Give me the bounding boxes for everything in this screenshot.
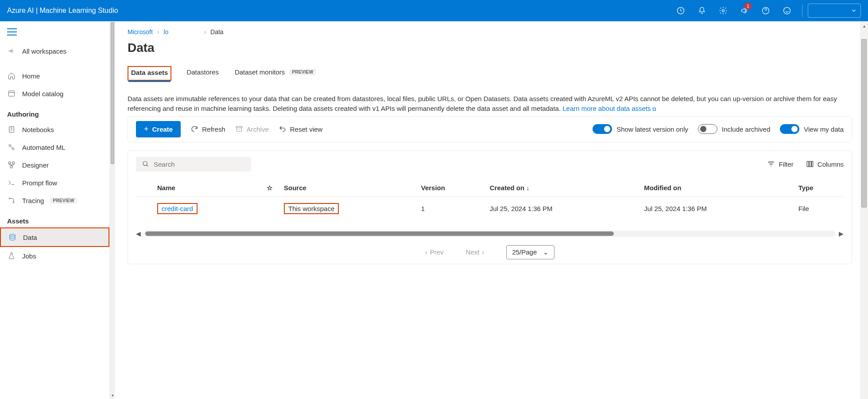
nav-label: Designer	[22, 161, 49, 169]
tab-label: Dataset monitors	[235, 68, 285, 76]
refresh-button[interactable]: Refresh	[190, 125, 225, 133]
nav-all-workspaces[interactable]: All workspaces	[0, 42, 109, 60]
data-icon	[8, 233, 17, 242]
header-divider	[802, 4, 802, 17]
feedback-icon[interactable]	[777, 1, 797, 20]
nav-automated-ml[interactable]: Automated ML	[0, 138, 109, 156]
toggle-include-archived[interactable]: Include archived	[698, 124, 770, 134]
svg-point-13	[10, 234, 15, 236]
filter-button[interactable]: Filter	[767, 160, 793, 168]
svg-point-15	[143, 161, 147, 165]
announcements-icon[interactable]: 1	[735, 1, 754, 20]
preview-badge: PREVIEW	[50, 197, 77, 204]
search-input[interactable]	[154, 160, 245, 168]
nav-data[interactable]: Data	[0, 227, 109, 247]
svg-rect-18	[812, 161, 813, 167]
tab-dataset-monitors[interactable]: Dataset monitorsPREVIEW	[234, 66, 317, 81]
nav-home[interactable]: Home	[0, 67, 109, 85]
search-input-wrapper[interactable]	[136, 157, 251, 172]
nav-jobs[interactable]: Jobs	[0, 247, 109, 265]
nav-section-authoring: Authoring	[0, 102, 109, 121]
home-icon	[7, 71, 16, 80]
columns-button[interactable]: Columns	[806, 160, 844, 168]
asset-source: This workspace	[284, 203, 339, 214]
account-switcher[interactable]	[808, 4, 861, 18]
catalog-icon	[7, 89, 16, 98]
col-modified[interactable]: Modified on	[640, 180, 794, 197]
nav-label: Automated ML	[22, 144, 66, 151]
archive-button: Archive	[235, 125, 269, 133]
back-arrow-icon	[7, 47, 16, 55]
toggle-view-my-data[interactable]: View my data	[780, 124, 844, 134]
col-name[interactable]: Name	[154, 180, 258, 197]
notifications-icon[interactable]	[692, 1, 712, 20]
chevron-right-icon: ›	[157, 28, 159, 35]
horizontal-scrollbar[interactable]: ◀ ▶	[136, 230, 844, 237]
nav-label: Model catalog	[22, 90, 63, 98]
main-scrollbar[interactable]: ▴	[860, 21, 868, 399]
chevron-right-icon: ›	[482, 248, 484, 256]
settings-icon[interactable]	[713, 1, 733, 20]
sidebar-scrollbar[interactable]: ▾	[110, 21, 115, 399]
breadcrumb-workspace[interactable]: lo	[163, 28, 168, 35]
toggle-show-latest[interactable]: Show latest version only	[593, 124, 688, 134]
recent-icon[interactable]	[671, 1, 690, 20]
nav-notebooks[interactable]: Notebooks	[0, 121, 109, 138]
svg-point-11	[9, 198, 10, 199]
nav-label: All workspaces	[22, 47, 66, 55]
learn-more-link[interactable]: Learn more about data assets⧉	[562, 105, 656, 112]
tab-data-assets[interactable]: Data assets	[128, 66, 171, 81]
breadcrumb-root[interactable]: Microsoft	[128, 28, 153, 35]
command-bar: +Create Refresh Archive Reset view Show …	[128, 116, 852, 142]
chevron-down-icon: ⌄	[543, 248, 549, 256]
next-page-button[interactable]: Next›	[466, 248, 484, 256]
svg-rect-16	[807, 161, 809, 167]
col-created[interactable]: Created on ↓	[486, 180, 640, 197]
col-version[interactable]: Version	[418, 180, 486, 197]
svg-rect-4	[8, 91, 15, 96]
plus-icon: +	[144, 125, 149, 134]
header-actions: 1	[671, 1, 861, 20]
svg-point-12	[13, 202, 14, 203]
svg-rect-17	[809, 161, 811, 167]
asset-created: Jul 25, 2024 1:36 PM	[486, 196, 640, 220]
page-size-select[interactable]: 25/Page⌄	[506, 245, 554, 259]
col-source[interactable]: Source	[280, 180, 418, 197]
svg-rect-5	[9, 126, 14, 133]
svg-rect-10	[11, 166, 13, 168]
svg-rect-14	[236, 126, 242, 128]
designer-icon	[7, 160, 16, 169]
nav-designer[interactable]: Designer	[0, 156, 109, 174]
nav-label: Jobs	[22, 252, 36, 260]
filter-icon	[767, 160, 775, 168]
prev-page-button[interactable]: ‹Prev	[425, 248, 444, 256]
terminal-icon	[7, 178, 16, 187]
asset-name-link[interactable]: credit-card	[157, 203, 198, 214]
create-button[interactable]: +Create	[136, 121, 181, 137]
breadcrumb-current: Data	[210, 28, 224, 35]
collapse-nav-button[interactable]	[0, 25, 109, 42]
sort-desc-icon: ↓	[526, 184, 530, 192]
col-type[interactable]: Type	[795, 180, 844, 197]
nav-label: Home	[22, 72, 40, 80]
nav-label: Tracing	[22, 197, 44, 204]
nav-prompt-flow[interactable]: Prompt flow	[0, 174, 109, 192]
tab-datastores[interactable]: Datastores	[186, 66, 220, 81]
table-header-row: Name ☆ Source Version Created on ↓ Modif…	[136, 180, 844, 197]
help-icon[interactable]	[756, 1, 775, 20]
table-row[interactable]: credit-card This workspace 1 Jul 25, 202…	[136, 196, 844, 220]
preview-badge: PREVIEW	[289, 69, 316, 75]
reset-view-button[interactable]: Reset view	[279, 125, 322, 133]
scroll-left-icon[interactable]: ◀	[136, 230, 141, 237]
nav-tracing[interactable]: TracingPREVIEW	[0, 192, 109, 209]
tracing-icon	[7, 196, 16, 205]
page-description: Data assets are immutable references to …	[128, 94, 860, 113]
scroll-right-icon[interactable]: ▶	[839, 230, 844, 237]
data-table-card: Filter Columns Name ☆ Source Version Cre…	[128, 150, 852, 264]
pagination: ‹Prev Next› 25/Page⌄	[136, 245, 844, 259]
nav-model-catalog[interactable]: Model catalog	[0, 85, 109, 102]
asset-version: 1	[418, 196, 486, 220]
flask-icon	[7, 251, 16, 260]
archive-icon	[235, 125, 243, 133]
star-icon[interactable]: ☆	[267, 184, 272, 192]
